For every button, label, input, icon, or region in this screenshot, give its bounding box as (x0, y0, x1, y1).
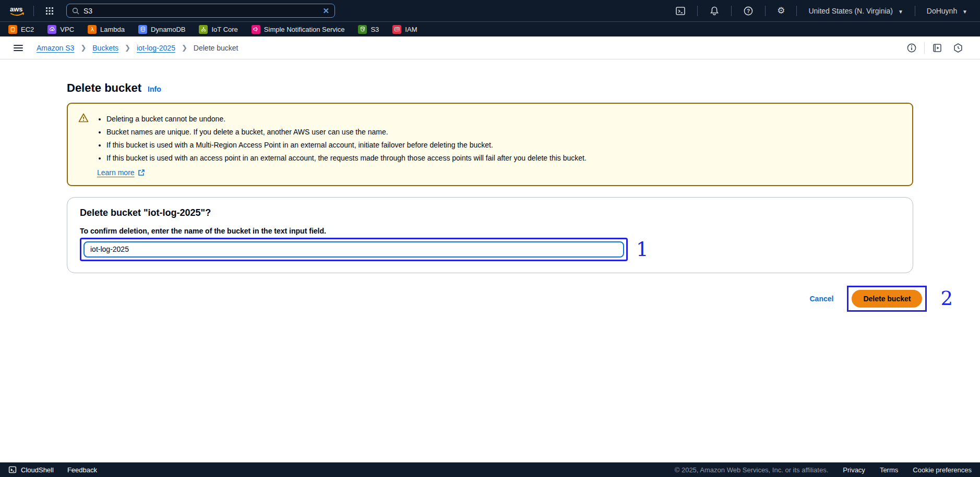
cloudshell-button[interactable] (670, 4, 691, 18)
breadcrumb-bucket-name[interactable]: iot-log-2025 (137, 44, 175, 52)
breadcrumb-buckets[interactable]: Buckets (92, 44, 118, 52)
warning-bullet: If this bucket is used with an access po… (106, 153, 587, 164)
divider (33, 6, 34, 16)
cloudshell-label: CloudShell (21, 466, 54, 474)
search-clear-icon[interactable]: ✕ (322, 6, 329, 16)
favorite-vpc[interactable]: VPC (47, 25, 74, 34)
learn-more-link[interactable]: Learn more (97, 168, 135, 177)
page-title: Delete bucket (67, 81, 141, 95)
favorite-dynamodb[interactable]: DynamoDB (138, 25, 185, 34)
favorite-iam[interactable]: IAM (392, 25, 417, 34)
footer-feedback-button[interactable]: Feedback (67, 466, 97, 474)
question-icon: ? (743, 6, 754, 16)
services-grid-button[interactable] (43, 5, 56, 17)
favorite-ec2[interactable]: EC2 (8, 25, 34, 34)
favorite-label: S3 (371, 26, 379, 33)
favorite-s3[interactable]: S3 (358, 25, 379, 34)
warning-content: Deleting a bucket cannot be undone. Buck… (96, 112, 587, 177)
info-icon (906, 43, 917, 53)
favorites-bar: EC2 VPC λ Lambda DynamoDB IoT Core Simpl… (0, 22, 980, 36)
grid-icon (45, 7, 54, 15)
delete-bucket-button[interactable]: Delete bucket (852, 290, 922, 308)
svg-text:λ: λ (91, 27, 94, 32)
annotation-label-1: 1 (636, 240, 649, 259)
favorite-label: Lambda (100, 26, 125, 33)
favorite-lambda[interactable]: λ Lambda (88, 25, 125, 34)
global-search[interactable]: ✕ (66, 4, 335, 18)
divider (765, 6, 766, 16)
svg-text:aws: aws (10, 5, 23, 13)
chevron-right-icon: ❯ (182, 44, 187, 52)
terminal-icon (8, 466, 17, 474)
help-button[interactable]: ? (738, 4, 759, 18)
breadcrumb-amazon-s3[interactable]: Amazon S3 (37, 44, 74, 52)
vpc-icon (47, 25, 56, 34)
favorite-iot-core[interactable]: IoT Core (199, 25, 237, 34)
settings-button[interactable]: ⚙ (772, 4, 790, 17)
terms-link[interactable]: Terms (880, 466, 898, 474)
warning-alert: Deleting a bucket cannot be undone. Buck… (67, 103, 913, 186)
favorite-label: IAM (405, 26, 417, 33)
search-icon (72, 7, 79, 15)
breadcrumb-bar: Amazon S3 ❯ Buckets ❯ iot-log-2025 ❯ Del… (0, 36, 980, 59)
side-menu-button[interactable] (11, 43, 25, 53)
breadcrumb: Amazon S3 ❯ Buckets ❯ iot-log-2025 ❯ Del… (37, 44, 238, 52)
main-content: Delete bucket Info Deleting a bucket can… (0, 81, 980, 312)
sns-icon (252, 25, 260, 34)
s3-icon (358, 25, 367, 34)
warning-triangle-icon (78, 113, 89, 177)
region-label: United States (N. Virginia) (808, 7, 893, 15)
divider (915, 6, 915, 16)
svg-text:?: ? (747, 8, 750, 14)
favorite-label: DynamoDB (151, 26, 185, 33)
warning-bullet-list: Deleting a bucket cannot be undone. Buck… (96, 114, 587, 164)
region-selector[interactable]: United States (N. Virginia) ▼ (803, 7, 908, 15)
cancel-button[interactable]: Cancel (809, 295, 833, 303)
terminal-icon (675, 6, 686, 16)
divider (697, 6, 698, 16)
aws-logo[interactable]: aws (8, 5, 27, 17)
external-link-icon (138, 169, 145, 176)
health-clock-icon (953, 43, 963, 53)
favorite-sns[interactable]: Simple Notification Service (252, 25, 345, 34)
warning-bullet: If this bucket is used with a Multi-Regi… (106, 140, 587, 151)
notebook-play-icon (932, 43, 942, 53)
divider (731, 6, 732, 16)
breadcrumb-current: Delete bucket (194, 44, 238, 52)
divider (924, 42, 925, 54)
confirmation-heading: Delete bucket "iot-log-2025"? (80, 207, 900, 218)
chevron-down-icon: ▼ (962, 9, 967, 15)
delete-confirmation-panel: Delete bucket "iot-log-2025"? To confirm… (67, 197, 913, 273)
favorite-label: EC2 (21, 26, 34, 33)
service-health-button[interactable] (948, 41, 969, 55)
aws-logo-icon: aws (8, 5, 27, 17)
confirmation-instruction: To confirm deletion, enter the name of t… (80, 227, 900, 235)
info-panel-button[interactable] (901, 41, 922, 55)
feedback-label: Feedback (67, 466, 97, 474)
chevron-right-icon: ❯ (125, 44, 130, 52)
chevron-right-icon: ❯ (80, 44, 86, 52)
chevron-down-icon: ▼ (898, 9, 903, 15)
account-menu[interactable]: DoHuynh ▼ (922, 7, 973, 15)
warning-bullet: Deleting a bucket cannot be undone. (106, 114, 587, 125)
divider (796, 6, 797, 16)
bucket-name-input[interactable] (83, 241, 624, 258)
console-footer: CloudShell Feedback © 2025, Amazon Web S… (0, 462, 980, 477)
privacy-link[interactable]: Privacy (843, 466, 865, 474)
warning-bullet: Bucket names are unique. If you delete a… (106, 127, 587, 138)
notifications-button[interactable] (704, 4, 725, 18)
ec2-icon (8, 25, 17, 34)
form-actions: Cancel Delete bucket 2 (67, 286, 953, 312)
annotation-box-1 (80, 238, 628, 261)
tutorials-panel-button[interactable] (927, 41, 948, 55)
favorite-label: IoT Core (211, 26, 237, 33)
annotation-label-2: 2 (940, 289, 953, 308)
lambda-icon: λ (88, 25, 97, 34)
annotation-box-2: Delete bucket (847, 286, 927, 312)
top-navigation: aws ✕ (0, 0, 980, 22)
search-input[interactable] (83, 7, 318, 15)
cookie-preferences-link[interactable]: Cookie preferences (913, 466, 972, 474)
footer-cloudshell-button[interactable]: CloudShell (8, 466, 54, 474)
info-link[interactable]: Info (148, 85, 161, 93)
dynamodb-icon (138, 25, 147, 34)
